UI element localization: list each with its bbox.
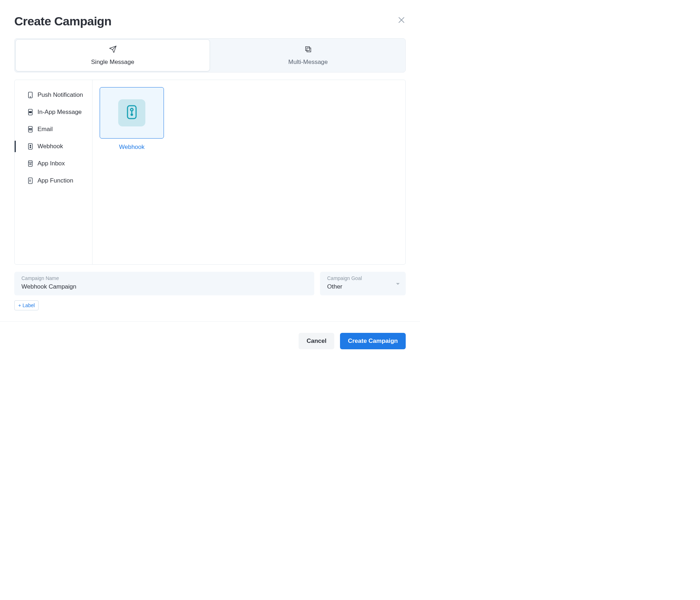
- channel-label: Email: [38, 126, 53, 133]
- svg-point-21: [131, 109, 133, 111]
- webhook-card[interactable]: Webhook: [100, 87, 164, 151]
- modal-header: Create Campaign: [14, 14, 406, 28]
- add-label-button[interactable]: + Label: [14, 300, 39, 310]
- svg-rect-3: [307, 48, 311, 52]
- webhook-card-icon-wrap: [118, 99, 145, 126]
- phone-icon: [28, 91, 33, 99]
- channel-item-in-app-message[interactable]: In-App Message: [15, 104, 92, 121]
- phone-function-icon: [28, 177, 33, 184]
- svg-point-12: [30, 147, 31, 148]
- close-icon[interactable]: [397, 16, 406, 24]
- cancel-button[interactable]: Cancel: [299, 333, 334, 349]
- phone-webhook-icon: [28, 143, 33, 150]
- webhook-device-icon: [126, 105, 137, 121]
- create-campaign-button[interactable]: Create Campaign: [340, 333, 406, 349]
- channel-label: In-App Message: [38, 109, 82, 116]
- campaign-goal-field[interactable]: Campaign Goal Other: [320, 272, 406, 295]
- svg-rect-2: [305, 46, 309, 50]
- svg-rect-7: [29, 111, 31, 113]
- campaign-name-field[interactable]: Campaign Name: [14, 272, 314, 295]
- phone-mail-icon: [28, 126, 33, 133]
- channel-label: App Inbox: [38, 160, 65, 167]
- paper-plane-icon: [109, 45, 117, 55]
- modal-footer: Cancel Create Campaign: [0, 321, 420, 360]
- campaign-goal-label: Campaign Goal: [327, 275, 399, 281]
- channel-item-app-function[interactable]: App Function: [15, 172, 92, 189]
- campaign-name-label: Campaign Name: [21, 275, 307, 281]
- channel-label: App Function: [38, 177, 73, 184]
- webhook-card-box: [100, 87, 164, 139]
- webhook-card-label: Webhook: [119, 144, 145, 151]
- svg-point-22: [131, 114, 133, 116]
- channel-panel: Push Notification In-App Message Email W…: [14, 80, 406, 265]
- tab-multi-message[interactable]: Multi-Message: [211, 39, 405, 72]
- create-campaign-modal: Create Campaign Single Message Multi-Mes…: [0, 0, 420, 310]
- channel-label: Webhook: [38, 143, 63, 150]
- phone-inbox-icon: [28, 160, 33, 167]
- tab-label: Multi-Message: [288, 59, 328, 66]
- svg-point-5: [30, 97, 30, 97]
- stack-icon: [304, 45, 312, 55]
- message-type-tabs: Single Message Multi-Message: [14, 38, 406, 72]
- channel-body: Webhook: [92, 80, 405, 264]
- campaign-name-input[interactable]: [21, 283, 307, 290]
- channel-item-email[interactable]: Email: [15, 121, 92, 138]
- channel-item-push-notification[interactable]: Push Notification: [15, 86, 92, 104]
- chevron-down-icon: [396, 280, 400, 287]
- channel-label: Push Notification: [38, 91, 83, 99]
- tab-single-message[interactable]: Single Message: [15, 39, 210, 71]
- form-row: Campaign Name Campaign Goal Other: [14, 272, 406, 295]
- channel-item-app-inbox[interactable]: App Inbox: [15, 155, 92, 172]
- campaign-goal-value: Other: [327, 283, 399, 290]
- phone-banner-icon: [28, 109, 33, 116]
- modal-title: Create Campaign: [14, 14, 111, 28]
- tab-label: Single Message: [91, 59, 134, 66]
- svg-point-11: [30, 145, 31, 146]
- channel-item-webhook[interactable]: Webhook: [15, 138, 92, 155]
- channel-list: Push Notification In-App Message Email W…: [15, 80, 92, 264]
